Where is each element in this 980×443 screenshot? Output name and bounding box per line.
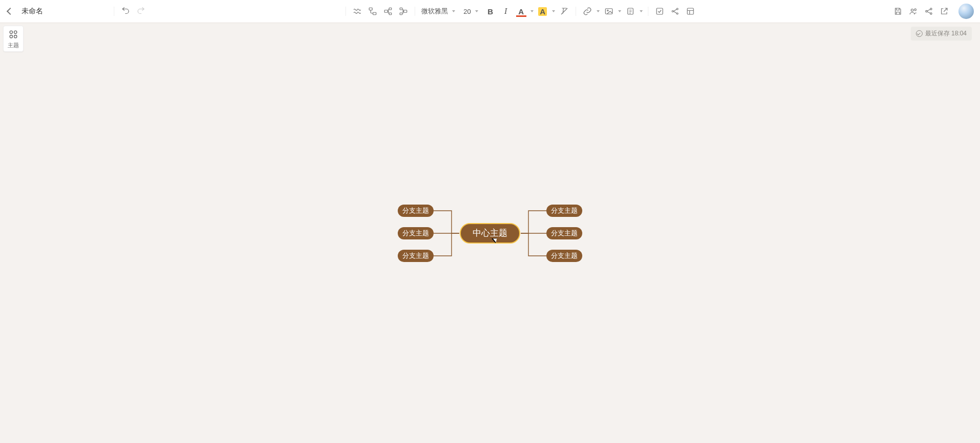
mindmap: 分支主题 分支主题 分支主题 分支主题 分支主题 分支主题 中心主题 — [398, 205, 582, 262]
link-caret-icon[interactable] — [596, 10, 601, 12]
separator — [648, 7, 648, 16]
collaborators-button[interactable] — [906, 4, 921, 18]
separator — [415, 7, 415, 16]
link-button[interactable] — [580, 4, 595, 18]
separator — [576, 7, 576, 16]
svg-point-12 — [672, 11, 673, 12]
image-button[interactable] — [602, 4, 616, 18]
insert-sibling-button[interactable] — [365, 4, 380, 18]
center-node[interactable]: 中心主题 — [460, 223, 520, 244]
clear-format-button[interactable] — [557, 4, 571, 18]
svg-point-20 — [930, 13, 932, 14]
branch-node[interactable]: 分支主题 — [398, 227, 434, 239]
insert-parent-button[interactable] — [396, 4, 411, 18]
note-caret-icon[interactable] — [639, 10, 644, 12]
font-color-button[interactable]: A — [514, 4, 528, 18]
svg-rect-7 — [400, 13, 403, 15]
image-caret-icon[interactable] — [617, 10, 622, 12]
layout-button[interactable] — [683, 4, 698, 18]
italic-button[interactable]: I — [499, 4, 513, 18]
svg-rect-8 — [605, 9, 612, 14]
insert-child-button[interactable] — [381, 4, 395, 18]
svg-rect-1 — [373, 12, 376, 15]
svg-point-18 — [926, 10, 927, 12]
font-color-caret-icon[interactable] — [529, 10, 535, 12]
branch-node[interactable]: 分支主题 — [398, 205, 434, 217]
highlight-color-button[interactable]: A — [536, 4, 550, 18]
top-toolbar: 未命名 微软雅黑 20 B I — [0, 0, 980, 23]
document-title[interactable]: 未命名 — [22, 7, 43, 16]
separator — [345, 7, 346, 16]
branch-node[interactable]: 分支主题 — [546, 205, 582, 217]
svg-rect-2 — [385, 10, 388, 13]
svg-rect-15 — [687, 8, 693, 14]
font-size-select[interactable]: 20 — [461, 8, 473, 15]
structure-style-button[interactable] — [350, 4, 364, 18]
svg-point-9 — [607, 10, 608, 11]
separator — [114, 7, 114, 16]
redo-button[interactable] — [134, 4, 148, 18]
task-button[interactable] — [652, 4, 667, 18]
branch-node[interactable]: 分支主题 — [546, 227, 582, 239]
branch-node[interactable]: 分支主题 — [546, 250, 582, 262]
undo-button[interactable] — [118, 4, 133, 18]
svg-rect-0 — [370, 8, 373, 10]
branch-node[interactable]: 分支主题 — [398, 250, 434, 262]
open-external-button[interactable] — [937, 4, 951, 18]
user-avatar[interactable] — [958, 4, 974, 19]
svg-point-17 — [914, 9, 916, 11]
bold-button[interactable]: B — [483, 4, 498, 18]
svg-rect-11 — [657, 8, 663, 14]
svg-rect-5 — [404, 10, 407, 13]
svg-point-16 — [911, 9, 914, 12]
back-button[interactable] — [5, 6, 15, 16]
note-button[interactable] — [623, 4, 638, 18]
font-size-caret-icon[interactable] — [474, 10, 479, 12]
svg-point-13 — [677, 8, 678, 10]
font-color-swatch — [516, 15, 526, 17]
svg-rect-3 — [390, 8, 392, 10]
svg-rect-6 — [400, 8, 403, 10]
canvas[interactable]: 分支主题 分支主题 分支主题 分支主题 分支主题 分支主题 中心主题 — [0, 23, 980, 443]
font-family-select[interactable]: 微软雅黑 — [419, 7, 450, 16]
highlight-caret-icon[interactable] — [551, 10, 556, 12]
relation-button[interactable] — [668, 4, 682, 18]
svg-point-19 — [930, 8, 932, 10]
svg-rect-4 — [390, 13, 392, 15]
font-family-caret-icon[interactable] — [451, 10, 456, 12]
svg-point-14 — [677, 13, 678, 14]
share-button[interactable] — [922, 4, 936, 18]
save-button[interactable] — [891, 4, 905, 18]
